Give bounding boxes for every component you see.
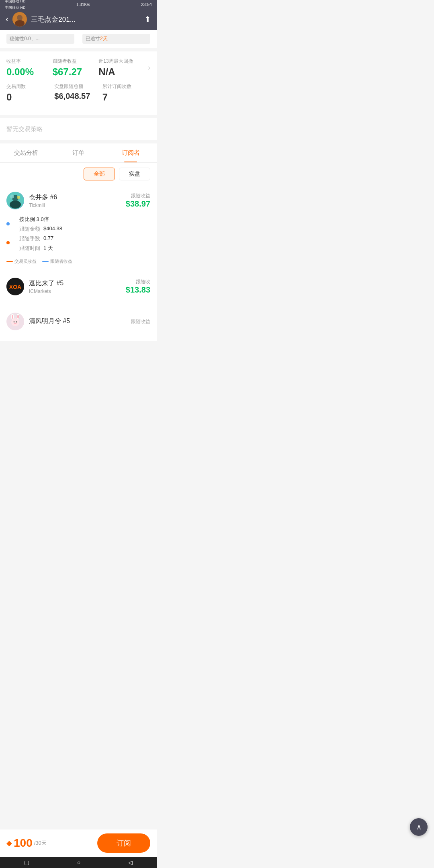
legend-trader-label: 交易员收益 <box>14 258 37 264</box>
subscriber-header-2: XOA 逗比来了 #5 ICMarkets 跟随收 $13.83 <box>6 278 150 295</box>
svg-point-1 <box>17 15 23 20</box>
time: 23:54 <box>141 2 152 7</box>
subscriber-profit-3: 跟随收益 <box>131 318 150 325</box>
svg-point-15 <box>11 318 19 326</box>
legend-follower-label: 跟随者收益 <box>50 258 72 264</box>
subscriber-broker-1: Tickmill <box>29 203 126 208</box>
subscriber-name-2: 逗比来了 #5 <box>29 279 126 288</box>
tabs-section: 交易分析 订单 订阅者 全部 实盘 <box>0 143 157 341</box>
subscribe-count-value: 7 <box>102 92 150 103</box>
stat-trade-weeks: 交易周数 0 <box>6 83 54 103</box>
profit-label-1: 跟随收益 <box>126 192 150 199</box>
profit-value-1: $38.97 <box>126 199 150 209</box>
svg-point-17 <box>16 321 17 323</box>
partial-tag-1: 稳健性0.0、... <box>6 34 74 44</box>
detail-row-duration: 跟随时间 1 天 <box>19 245 150 252</box>
share-button[interactable]: ⬆ <box>144 14 151 24</box>
svg-point-5 <box>10 201 21 209</box>
trade-weeks-label: 交易周数 <box>6 83 54 90</box>
svg-point-18 <box>14 323 16 324</box>
stat-return-rate: 收益率 0.00% <box>6 58 53 78</box>
carrier-info: 中国移动 HD 中国移动 HD <box>5 0 26 10</box>
tab-subscribers[interactable]: 订阅者 <box>104 143 157 162</box>
chart-area-1: 按比例 3.0倍 跟随金额 $404.38 跟随手数 0.77 跟随时间 1 天 <box>6 213 150 258</box>
back-button[interactable]: ‹ <box>6 14 8 25</box>
subscriber-header-3: 清风明月兮 #5 跟随收益 <box>6 313 150 330</box>
overdue-count: 2天 <box>100 36 108 41</box>
svg-point-6 <box>10 194 14 199</box>
stat-total-follow: 实盘跟随总额 $6,048.57 <box>54 83 102 101</box>
stats-section: 收益率 0.00% 跟随者收益 $67.27 近13周最大回撤 N/A › 交易… <box>0 51 157 115</box>
subscriber-broker-2: ICMarkets <box>29 289 126 294</box>
follower-profit-label: 跟随者收益 <box>53 58 99 65</box>
filter-live-button[interactable]: 实盘 <box>119 168 150 180</box>
detail-row-ratio: 按比例 3.0倍 <box>19 216 150 223</box>
detail-row-amount: 跟随金额 $404.38 <box>19 225 150 233</box>
svg-point-2 <box>15 20 25 27</box>
subscriber-info-3: 清风明月兮 #5 <box>29 317 131 326</box>
chart-dots <box>6 216 10 254</box>
no-strategy: 暂无交易策略 <box>0 118 157 140</box>
legend-line-blue <box>42 261 49 262</box>
subscriber-avatar-3 <box>6 313 24 330</box>
legend-trader: 交易员收益 <box>6 258 37 264</box>
subscriber-info-2: 逗比来了 #5 ICMarkets <box>29 279 126 294</box>
subscriber-header-1: 仓井多 #6 Tickmill 跟随收益 $38.97 <box>6 192 150 209</box>
stat-follower-profit: 跟随者收益 $67.27 <box>53 58 99 78</box>
filter-row: 全部 实盘 <box>0 163 157 185</box>
subscriber-profit-1: 跟随收益 $38.97 <box>126 192 150 209</box>
profit-label-2: 跟随收 <box>126 278 150 285</box>
max-drawdown-label: 近13周最大回撤 <box>98 58 145 65</box>
legend-area: 交易员收益 跟随者收益 <box>6 258 150 264</box>
list-item: XOA 逗比来了 #5 ICMarkets 跟随收 $13.83 <box>6 271 150 306</box>
detail-grid-1: 按比例 3.0倍 跟随金额 $404.38 跟随手数 0.77 跟随时间 1 天 <box>19 216 150 254</box>
partial-card: 稳健性0.0、... 已逾寸2天 <box>0 30 157 48</box>
tabs-row: 交易分析 订单 订阅者 <box>0 143 157 163</box>
status-right: 23:54 <box>141 2 152 7</box>
list-item: 仓井多 #6 Tickmill 跟随收益 $38.97 按比例 3.0倍 <box>6 185 150 271</box>
total-follow-value: $6,048.57 <box>54 92 102 101</box>
profit-label-3: 跟随收益 <box>131 318 150 325</box>
tab-orders[interactable]: 订单 <box>52 143 104 162</box>
max-drawdown-value: N/A <box>98 66 145 78</box>
tab-trade-analysis[interactable]: 交易分析 <box>0 143 52 162</box>
stat-subscribe-count: 累计订阅次数 7 <box>102 83 150 103</box>
status-bar: 中国移动 HD 中国移动 HD 1.31K/s 23:54 <box>0 0 157 9</box>
list-item: 清风明月兮 #5 跟随收益 <box>6 306 150 341</box>
subscriber-name-3: 清风明月兮 #5 <box>29 317 131 326</box>
total-follow-label: 实盘跟随总额 <box>54 83 102 90</box>
orange-dot <box>6 241 10 244</box>
filter-all-button[interactable]: 全部 <box>84 168 115 180</box>
subscribe-count-label: 累计订阅次数 <box>102 83 150 90</box>
svg-point-13 <box>12 315 13 319</box>
subscriber-avatar-2: XOA <box>6 278 24 295</box>
return-rate-value: 0.00% <box>6 66 53 78</box>
legend-line-orange <box>6 261 13 262</box>
subscriber-profit-2: 跟随收 $13.83 <box>126 278 150 295</box>
header: ‹ 三毛点金201... ⬆ <box>0 9 157 30</box>
subscriber-list: 仓井多 #6 Tickmill 跟随收益 $38.97 按比例 3.0倍 <box>0 185 157 341</box>
subscriber-avatar-1 <box>6 192 24 209</box>
stat-max-drawdown: 近13周最大回撤 N/A <box>98 58 145 78</box>
avatar <box>12 12 27 27</box>
page-title: 三毛点金201... <box>31 15 140 24</box>
svg-point-14 <box>17 315 19 319</box>
detail-row-lots: 跟随手数 0.77 <box>19 235 150 242</box>
trade-weeks-value: 0 <box>6 92 54 103</box>
return-rate-label: 收益率 <box>6 58 53 65</box>
svg-point-16 <box>14 321 15 323</box>
subscriber-info-1: 仓井多 #6 Tickmill <box>29 193 126 208</box>
partial-tag-2: 已逾寸2天 <box>82 34 150 44</box>
blue-dot <box>6 222 10 225</box>
signal-speed: 1.31K/s <box>76 2 90 7</box>
stats-row-2: 交易周数 0 实盘跟随总额 $6,048.57 累计订阅次数 7 <box>6 83 150 103</box>
chevron-right-icon: › <box>148 63 150 72</box>
svg-point-7 <box>17 196 20 199</box>
legend-follower: 跟随者收益 <box>42 258 72 264</box>
profit-value-2: $13.83 <box>126 285 150 295</box>
svg-text:XOA: XOA <box>9 284 21 290</box>
follower-profit-value: $67.27 <box>53 66 99 78</box>
subscriber-name-1: 仓井多 #6 <box>29 193 126 202</box>
stats-row-1: 收益率 0.00% 跟随者收益 $67.27 近13周最大回撤 N/A › <box>6 58 150 78</box>
